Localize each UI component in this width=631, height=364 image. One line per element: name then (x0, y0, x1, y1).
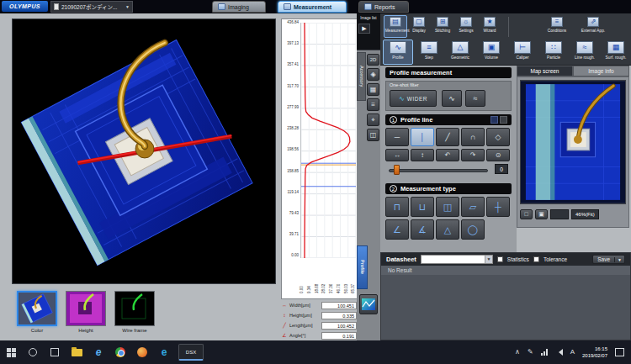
line-cross-button[interactable]: ◇ (486, 128, 510, 146)
split-view-button[interactable]: ◫ (367, 129, 379, 141)
rotate-cw-button[interactable]: ↷ (461, 149, 485, 161)
meas-triangle-button[interactable]: △ (436, 219, 459, 240)
firefox-button[interactable] (131, 340, 153, 364)
center-line-button[interactable]: ⊙ (486, 149, 510, 161)
document-dropdown-icon[interactable]: ▼ (125, 4, 130, 9)
meas-parallel-button[interactable]: ▱ (461, 197, 485, 217)
viewport-3d[interactable] (12, 18, 276, 284)
save-dropdown-icon[interactable]: ▼ (614, 257, 624, 262)
tool-caliper-button[interactable]: ⊢ Caliper (507, 40, 538, 65)
speaker-icon[interactable] (555, 349, 563, 356)
move-vertical-button[interactable]: ↕ (411, 149, 434, 161)
y-tick-label: 397.13 (287, 42, 299, 46)
task-view-button[interactable] (44, 340, 66, 364)
thumbnail-wireframe[interactable] (114, 291, 155, 326)
tool-profile-button[interactable]: ∿ Profile (383, 40, 413, 65)
wider-filter-button[interactable]: ∿ WIDER (390, 90, 437, 107)
statistics-checkbox[interactable] (497, 256, 503, 262)
edge-button[interactable]: e (153, 340, 175, 364)
meas-angle-button[interactable]: ∠ (385, 219, 409, 240)
tool-line-roughness-button[interactable]: ≈ Line rough. (570, 40, 600, 65)
ribbon-wizard-button[interactable]: ★ Wizard (478, 15, 501, 38)
accessory-tab[interactable]: Accessory (357, 52, 366, 101)
map-image[interactable] (520, 80, 626, 204)
tolerance-checkbox[interactable] (533, 256, 539, 262)
tab-map-screen[interactable]: Map screen (517, 66, 573, 76)
internet-explorer-button[interactable]: e (87, 340, 109, 364)
profile-line-header: 1 Profile line (385, 114, 512, 125)
meas-angle-3pt-button[interactable]: ∡ (411, 219, 434, 240)
edge-icon: e (162, 347, 167, 357)
layer-list-button[interactable]: ≡ (367, 98, 379, 111)
line-free-button[interactable]: ╱ (436, 128, 459, 146)
tool-volume-button[interactable]: ▣ Volume (476, 40, 506, 65)
tool-step-button[interactable]: ≡ Step (414, 40, 444, 65)
action-center-icon[interactable] (615, 348, 624, 356)
tool-geometric-button[interactable]: △ Geometric (445, 40, 475, 65)
ribbon-stitching-button[interactable]: ⊞ Stitching (431, 15, 454, 38)
thumbnail-height[interactable] (66, 291, 106, 326)
tool-surface-roughness-button[interactable]: ▦ Surf. rough. (601, 40, 631, 65)
rotate-ccw-button[interactable]: ↶ (436, 149, 459, 161)
play-button[interactable]: ▶ (358, 24, 370, 34)
length-icon: ╱ (281, 323, 288, 328)
x-tick-label: 65.37 (352, 261, 356, 293)
move-horizontal-button[interactable]: ↔ (385, 149, 409, 161)
line-info-icon[interactable] (490, 116, 498, 124)
meas-step-up-button[interactable]: ⊓ (385, 197, 409, 217)
datasheet-combobox[interactable]: ▼ (421, 255, 493, 264)
ribbon-display-button[interactable]: ▢ Display (407, 15, 431, 38)
meas-area-button[interactable]: ◫ (436, 197, 459, 217)
start-button[interactable] (0, 340, 22, 364)
thumbnail-color[interactable] (17, 291, 57, 326)
tool-particle-button[interactable]: ∷ Particle (538, 40, 569, 65)
filter-wave-button[interactable]: ∿ (442, 90, 462, 107)
pen-icon[interactable]: ✎ (528, 349, 533, 356)
ribbon-measurement-button[interactable]: ▤ Measurement (384, 15, 407, 38)
line-position-slider-track[interactable] (389, 169, 488, 172)
chrome-button[interactable] (109, 340, 131, 364)
tab-reports[interactable]: Reports (358, 1, 409, 13)
line-vertical-button[interactable]: │ (411, 128, 434, 146)
zoom-in-button[interactable]: ▣ (535, 209, 548, 219)
line-option-icon[interactable] (500, 116, 507, 124)
view-2d-button[interactable]: 2D (367, 54, 379, 66)
document-tab[interactable]: 21090207ボンディン... ▼ (50, 1, 133, 13)
tab-imaging[interactable]: Imaging (212, 1, 266, 13)
step-1-badge: 1 (390, 116, 397, 124)
profile-3d-icon[interactable] (359, 294, 378, 314)
map-panel: Map screen Image info (517, 66, 631, 252)
cortana-icon (29, 348, 37, 356)
line-position-slider-handle[interactable] (394, 165, 400, 175)
filter-smooth-button[interactable]: ≈ (465, 90, 485, 107)
ribbon-conditions-button[interactable]: ≡ Conditions (545, 15, 569, 38)
tab-measurement[interactable]: Measurement (278, 1, 347, 13)
target-view-button[interactable]: ⌖ (367, 113, 379, 126)
texture-view-button[interactable]: ▦ (367, 83, 379, 96)
y-tick-label: 39.71 (289, 233, 299, 237)
zoom-out-button[interactable]: □ (520, 209, 533, 219)
line-curve-button[interactable]: ∩ (461, 128, 485, 146)
ribbon-settings-button[interactable]: ☼ Settings (454, 15, 478, 38)
meas-circle-button[interactable]: ◯ (461, 219, 485, 240)
search-button[interactable] (22, 340, 44, 364)
meas-cross-button[interactable]: ┼ (486, 197, 510, 217)
taskbar-clock[interactable]: 16:15 2019/02/07 (582, 346, 607, 359)
tab-image-info[interactable]: Image info (573, 66, 629, 76)
ribbon-external-app-button[interactable]: ⇗ External App. (575, 15, 611, 38)
dsx-app-button[interactable]: DSX (175, 340, 207, 364)
file-explorer-button[interactable] (66, 340, 87, 364)
view-3d-cube-button[interactable]: ◈ (367, 68, 379, 81)
combo-dropdown-icon[interactable]: ▼ (485, 256, 492, 263)
meas-step-down-button[interactable]: ⊔ (411, 197, 434, 217)
title-bar: OLYMPUS 21090207ボンディン... ▼ Imaging Measu… (0, 0, 631, 13)
graph-plot-area[interactable] (300, 23, 356, 258)
line-horizontal-button[interactable]: ─ (385, 128, 409, 146)
profile-side-tab[interactable]: Profile (357, 245, 368, 289)
tray-expand-chevron-icon[interactable]: ∧ (515, 349, 520, 356)
save-button[interactable]: Save ▼ (592, 255, 625, 264)
zoom-field[interactable] (550, 209, 569, 219)
network-icon[interactable] (541, 349, 548, 356)
internet-explorer-icon: e (96, 347, 102, 357)
language-indicator[interactable]: A (570, 349, 575, 356)
